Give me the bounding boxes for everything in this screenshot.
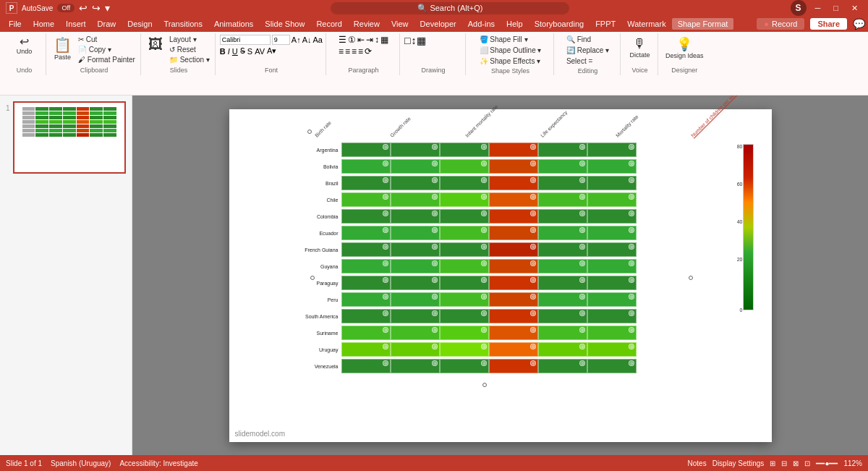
heat-cell[interactable]: ⚙ bbox=[587, 159, 637, 174]
heat-cell[interactable]: ⚙ bbox=[489, 292, 538, 307]
outline-view-btn[interactable]: ⊟ bbox=[781, 459, 787, 467]
shape-btn[interactable]: □ bbox=[404, 35, 410, 46]
heat-cell[interactable]: ⚙ bbox=[341, 292, 391, 307]
menu-home[interactable]: Home bbox=[27, 18, 60, 30]
heat-cell[interactable]: ⚙ bbox=[587, 192, 637, 207]
heat-cell[interactable]: ⚙ bbox=[587, 276, 637, 290]
heat-cell[interactable]: ⚙ bbox=[391, 242, 440, 257]
paste-btn[interactable]: 📋 Paste bbox=[51, 35, 75, 62]
heat-cell[interactable]: ⚙ bbox=[440, 226, 489, 240]
menu-storyboarding[interactable]: Storyboarding bbox=[529, 18, 590, 30]
shape-outline-btn[interactable]: ⬜ Shape Outline ▾ bbox=[477, 46, 544, 55]
shape-effects-btn[interactable]: ✨ Shape Effects ▾ bbox=[477, 56, 543, 66]
heat-cell[interactable]: ⚙ bbox=[587, 226, 637, 240]
align-center-btn[interactable]: ≡ bbox=[345, 46, 350, 56]
heat-cell[interactable]: ⚙ bbox=[440, 359, 489, 373]
heat-cell[interactable]: ⚙ bbox=[538, 159, 587, 174]
menu-draw[interactable]: Draw bbox=[92, 18, 122, 30]
menu-help[interactable]: Help bbox=[501, 18, 529, 30]
format-painter-btn[interactable]: 🖌 Format Painter bbox=[76, 55, 137, 64]
menu-shapeformat[interactable]: Shape Format bbox=[672, 18, 734, 30]
heat-cell[interactable]: ⚙ bbox=[391, 143, 440, 157]
justify-btn[interactable]: ≡ bbox=[358, 46, 363, 56]
heat-cell[interactable]: ⚙ bbox=[341, 326, 391, 340]
design-ideas-btn[interactable]: 💡 Design Ideas bbox=[663, 35, 707, 61]
heat-cell[interactable]: ⚙ bbox=[587, 259, 637, 273]
quick-styles-btn[interactable]: ▦ bbox=[417, 35, 426, 46]
accessibility[interactable]: Accessibility: Investigate bbox=[119, 459, 197, 467]
font-grow-btn[interactable]: A↑ bbox=[292, 35, 301, 44]
redo-btn[interactable]: ↪ bbox=[92, 2, 101, 14]
select-btn[interactable]: Select = bbox=[564, 56, 595, 66]
menu-animations[interactable]: Animations bbox=[208, 18, 259, 30]
undo-ribbon-btn[interactable]: ↩ Undo bbox=[14, 35, 35, 56]
heat-cell[interactable]: ⚙ bbox=[391, 292, 440, 307]
section-btn[interactable]: 📁 Section ▾ bbox=[167, 55, 212, 64]
cut-btn[interactable]: ✂ Cut bbox=[76, 35, 137, 44]
heat-cell[interactable]: ⚙ bbox=[538, 259, 587, 273]
heat-cell[interactable]: ⚙ bbox=[341, 209, 391, 224]
normal-view-btn[interactable]: ⊞ bbox=[770, 459, 775, 467]
heat-cell[interactable]: ⚙ bbox=[538, 309, 587, 323]
comment-btn[interactable]: 💬 bbox=[853, 18, 865, 30]
zoom-level[interactable]: 112% bbox=[843, 459, 862, 467]
display-settings-btn[interactable]: Display Settings bbox=[712, 459, 765, 467]
heat-cell[interactable]: ⚙ bbox=[341, 192, 391, 207]
menu-view[interactable]: View bbox=[386, 18, 414, 30]
heat-cell[interactable]: ⚙ bbox=[341, 176, 391, 190]
heat-cell[interactable]: ⚙ bbox=[391, 326, 440, 340]
record-button[interactable]: ● Record bbox=[757, 18, 804, 30]
heat-cell[interactable]: ⚙ bbox=[587, 242, 637, 257]
heat-cell[interactable]: ⚙ bbox=[538, 276, 587, 290]
heat-cell[interactable]: ⚙ bbox=[440, 276, 489, 290]
heat-cell[interactable]: ⚙ bbox=[440, 342, 489, 357]
heat-cell[interactable]: ⚙ bbox=[341, 359, 391, 373]
new-slide-btn[interactable]: 🖼 bbox=[145, 35, 166, 54]
font-shrink-btn[interactable]: A↓ bbox=[302, 35, 312, 44]
heatmap-wrapper[interactable]: Birth rate Growth rate Infant mortality … bbox=[280, 142, 732, 381]
heat-cell[interactable]: ⚙ bbox=[587, 209, 637, 224]
smartart-btn[interactable]: ⟳ bbox=[365, 46, 372, 56]
heat-cell[interactable]: ⚙ bbox=[587, 359, 637, 373]
heat-cell[interactable]: ⚙ bbox=[440, 192, 489, 207]
heat-cell[interactable]: ⚙ bbox=[587, 143, 637, 157]
minimize-btn[interactable]: ─ bbox=[811, 2, 825, 14]
heat-cell[interactable]: ⚙ bbox=[440, 176, 489, 190]
find-btn[interactable]: 🔍 Find bbox=[564, 35, 593, 44]
menu-design[interactable]: Design bbox=[122, 18, 158, 30]
copy-btn[interactable]: 📄 Copy ▾ bbox=[76, 45, 137, 54]
heat-cell[interactable]: ⚙ bbox=[538, 292, 587, 307]
heat-cell[interactable]: ⚙ bbox=[440, 309, 489, 323]
maximize-btn[interactable]: □ bbox=[829, 2, 843, 14]
menu-addins[interactable]: Add-ins bbox=[462, 18, 501, 30]
menu-file[interactable]: File bbox=[3, 18, 27, 30]
heat-cell[interactable]: ⚙ bbox=[587, 326, 637, 340]
heat-cell[interactable]: ⚙ bbox=[489, 359, 538, 373]
heat-cell[interactable]: ⚙ bbox=[587, 342, 637, 357]
font-family-input[interactable] bbox=[220, 35, 271, 45]
autosave-toggle[interactable]: Off bbox=[57, 4, 75, 12]
heat-cell[interactable]: ⚙ bbox=[489, 326, 538, 340]
heat-cell[interactable]: ⚙ bbox=[391, 226, 440, 240]
arrange-btn[interactable]: ↕ bbox=[411, 35, 416, 46]
bullets-btn[interactable]: ☰ bbox=[339, 35, 346, 45]
heat-cell[interactable]: ⚙ bbox=[391, 176, 440, 190]
heat-cell[interactable]: ⚙ bbox=[489, 259, 538, 273]
underline-btn[interactable]: U bbox=[232, 47, 238, 56]
char-spacing-btn[interactable]: AV bbox=[255, 47, 265, 56]
heat-cell[interactable]: ⚙ bbox=[538, 143, 587, 157]
slide-panel[interactable]: 1 bbox=[0, 96, 132, 455]
handle-bm[interactable] bbox=[482, 383, 487, 387]
heat-cell[interactable]: ⚙ bbox=[538, 226, 587, 240]
heat-cell[interactable]: ⚙ bbox=[391, 276, 440, 290]
heat-cell[interactable]: ⚙ bbox=[391, 342, 440, 357]
heat-cell[interactable]: ⚙ bbox=[489, 342, 538, 357]
share-button[interactable]: Share bbox=[810, 18, 847, 30]
heat-cell[interactable]: ⚙ bbox=[489, 209, 538, 224]
heat-cell[interactable]: ⚙ bbox=[489, 143, 538, 157]
canvas-area[interactable]: 1 Birth rate Growth rate Infant bbox=[132, 96, 868, 455]
font-color-btn[interactable]: A▾ bbox=[267, 46, 276, 56]
text-direction-btn[interactable]: ↕ bbox=[375, 35, 379, 45]
heat-cell[interactable]: ⚙ bbox=[341, 226, 391, 240]
menu-review[interactable]: Review bbox=[348, 18, 386, 30]
